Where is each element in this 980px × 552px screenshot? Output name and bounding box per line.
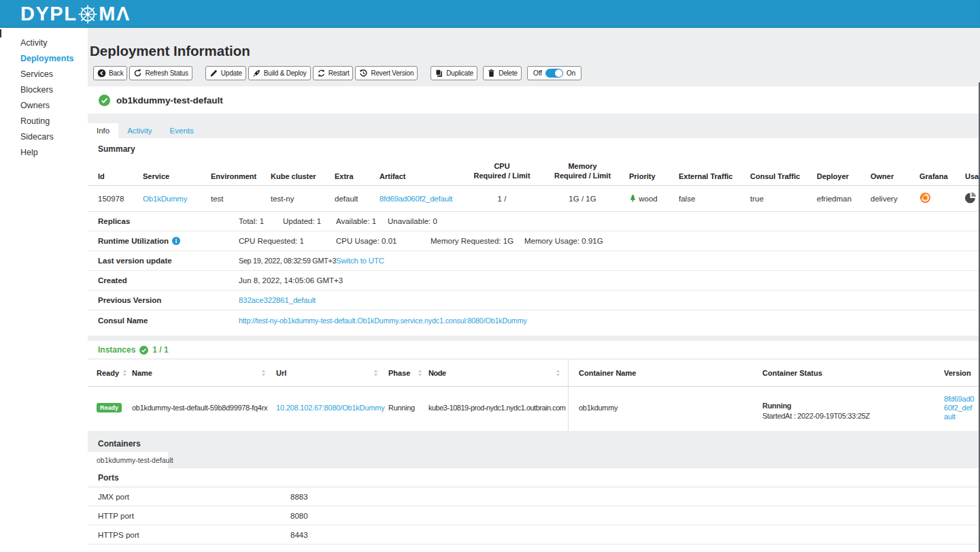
artifact-link[interactable]: 8fd69ad060f2_default: [379, 195, 452, 203]
containers-section-label: Containers: [88, 431, 980, 449]
kube-cluster-value: test-ny: [271, 195, 335, 203]
tree-icon: [629, 194, 637, 203]
replicas-available: Available: 1: [336, 217, 388, 225]
grafana-icon[interactable]: [919, 192, 931, 204]
sidebar-item-deployments[interactable]: Deployments: [0, 50, 88, 66]
duplicate-button[interactable]: Duplicate: [430, 66, 477, 80]
toggle-off-label: Off: [533, 69, 542, 77]
http-port-row: HTTP port 8080: [88, 506, 980, 525]
copy-icon: [435, 69, 443, 78]
sort-icon[interactable]: [417, 369, 423, 377]
jmx-port-value: 8883: [290, 493, 308, 501]
pencil-icon: [209, 69, 218, 78]
back-button[interactable]: Back: [93, 66, 127, 80]
consul-name-link[interactable]: http://test-ny-ob1kdummy-test-default.Ob…: [239, 316, 527, 325]
sidebar-item-services[interactable]: Services: [0, 66, 88, 82]
toggle-knob: [555, 69, 562, 77]
instances-table-header: Ready Name Url Phase Node Container Name…: [88, 359, 980, 387]
jmx-port-row: JMX port 8883: [88, 487, 980, 506]
summary-card: Summary Id Service Environment Kube clus…: [88, 138, 980, 336]
sidebar-item-routing[interactable]: Routing: [0, 113, 88, 129]
summary-table-row: 150978 Ob1kDummy test test-ny default 8f…: [88, 186, 980, 212]
https-port-row: HTTPS port 8443: [88, 525, 980, 545]
sort-icon[interactable]: [122, 369, 128, 377]
toggle-switch[interactable]: [545, 69, 563, 78]
ports-section-label: Ports: [88, 468, 980, 487]
deployment-name: ob1kdummy-test-default: [116, 95, 223, 105]
memory-requested: Memory Requested: 1G: [430, 237, 524, 245]
last-version-update-row: Last version update Sep 19, 2022, 08:32:…: [88, 251, 980, 271]
logo-text-right: MΛ: [99, 4, 131, 24]
ready-badge: Ready: [97, 403, 122, 412]
tab-info[interactable]: Info: [88, 123, 118, 138]
runtime-utilization-row: Runtime Utilization CPU Requested: 1 CPU…: [88, 231, 980, 251]
sidebar-scrollbar[interactable]: [0, 29, 1, 37]
previous-version-link[interactable]: 832ace322861_default: [239, 296, 316, 304]
created-value: Jun 8, 2022, 14:05:06 GMT+3: [239, 276, 343, 285]
service-link[interactable]: Ob1kDummy: [143, 195, 187, 203]
delete-button[interactable]: Delete: [483, 66, 522, 80]
tab-events[interactable]: Events: [161, 123, 203, 138]
external-traffic-value: false: [679, 195, 750, 203]
sidebar-item-sidecars[interactable]: Sidecars: [0, 129, 88, 144]
sort-icon[interactable]: [260, 369, 267, 377]
sidebar-item-owners[interactable]: Owners: [0, 97, 88, 113]
history-icon: [359, 69, 368, 78]
memory-required-limit: 1G / 1G: [540, 195, 629, 203]
instance-node: kube3-10819-prod-nydc1.nydc1.outbrain.co…: [428, 404, 569, 412]
deployment-name-card: ob1kdummy-test-default: [88, 86, 980, 114]
sort-icon[interactable]: [555, 369, 561, 377]
top-header-bar: DYPL MΛ: [0, 0, 980, 28]
build-deploy-button[interactable]: Build & Deploy: [248, 66, 311, 80]
deployment-id: 150978: [98, 195, 143, 203]
last-version-update-value: Sep 19, 2022, 08:32:59 GMT+3: [239, 257, 336, 265]
rocket-icon: [252, 69, 261, 78]
instance-row: Ready ob1kdummy-test-default-59b8d99978-…: [88, 387, 980, 429]
refresh-status-button[interactable]: Refresh Status: [129, 66, 192, 80]
restart-button[interactable]: Restart: [313, 66, 354, 80]
main-content: Deployment Information Back Refresh Stat…: [88, 28, 980, 552]
sidebar-item-help[interactable]: Help: [0, 144, 88, 160]
tab-bar: Info Activity Events: [88, 123, 980, 138]
owner-value: delivery: [871, 195, 919, 203]
revert-version-button[interactable]: Revert Version: [355, 66, 418, 80]
trash-icon: [487, 69, 496, 78]
instance-name: ob1kdummy-test-default-59b8d99978-fq4rx: [132, 404, 276, 412]
logo-text-left: DYPL: [20, 4, 77, 24]
switch-to-utc-link[interactable]: Switch to UTC: [336, 257, 384, 265]
tab-activity[interactable]: Activity: [118, 123, 160, 138]
deployer-value: efriedman: [817, 195, 871, 203]
extra-value: default: [335, 195, 379, 203]
summary-section-label: Summary: [88, 138, 980, 159]
instance-version-link[interactable]: 8fd69ad060f2_default: [944, 395, 975, 421]
container-tab[interactable]: ob1kdummy-test-default: [88, 452, 168, 468]
instances-header: Instances 1 / 1: [88, 341, 980, 359]
info-icon[interactable]: [172, 237, 180, 245]
containers-section: Containers ob1kdummy-test-default: [88, 431, 980, 468]
instances-card: Instances 1 / 1 Ready Name Url Phase Nod…: [88, 341, 980, 431]
cpu-usage: CPU Usage: 0.01: [336, 237, 430, 245]
update-button[interactable]: Update: [205, 66, 246, 80]
sidebar-item-activity[interactable]: Activity: [0, 35, 88, 50]
https-port-value: 8443: [290, 531, 308, 539]
usage-pie-icon[interactable]: [965, 192, 977, 204]
replicas-row: Replicas Total: 1 Updated: 1 Available: …: [88, 212, 980, 231]
cpu-required-limit: 1 /: [468, 195, 540, 203]
sidebar-item-blockers[interactable]: Blockers: [0, 82, 88, 97]
instance-phase: Running: [388, 404, 428, 412]
replicas-total: Total: 1: [239, 217, 283, 225]
environment-value: test: [211, 195, 271, 203]
dyploma-logo[interactable]: DYPL MΛ: [20, 4, 131, 25]
toolbar: Back Refresh Status Update Build & Deplo…: [93, 66, 980, 80]
off-on-toggle[interactable]: Off On: [527, 66, 582, 80]
instances-title: Instances: [98, 345, 135, 355]
status-check-icon: [99, 95, 110, 106]
consul-name-row: Consul Name http://test-ny-ob1kdummy-tes…: [88, 310, 980, 330]
kubernetes-wheel-icon: [78, 4, 98, 25]
refresh-icon: [133, 69, 142, 78]
sort-icon[interactable]: [373, 369, 379, 377]
instances-count: 1 / 1: [152, 345, 168, 355]
http-port-value: 8080: [290, 512, 308, 520]
consul-traffic-value: true: [750, 195, 817, 203]
instance-url-link[interactable]: 10.208.102.67:8080/Ob1kDummy: [276, 404, 385, 412]
